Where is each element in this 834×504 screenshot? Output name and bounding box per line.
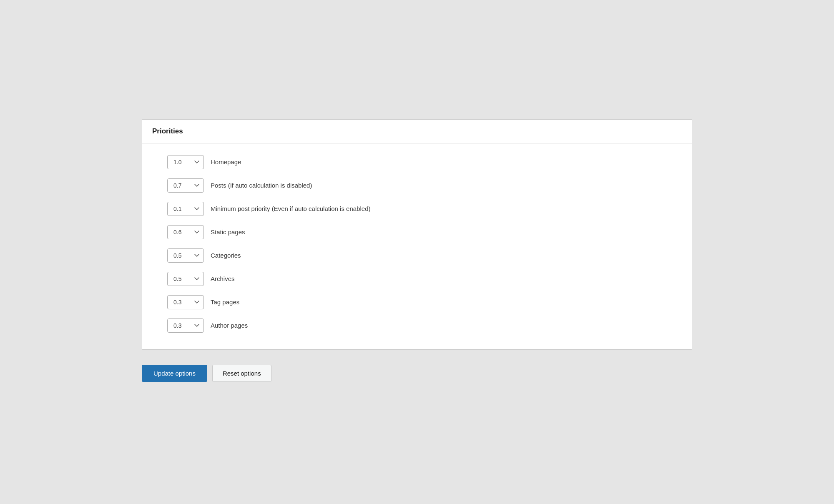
priority-select-posts[interactable]: 0.00.10.20.30.40.50.60.70.80.91.0	[167, 178, 204, 193]
priority-row-min-post-priority: 0.00.10.20.30.40.50.60.70.80.91.0Minimum…	[167, 202, 667, 216]
card-header: Priorities	[142, 120, 692, 143]
reset-options-button[interactable]: Reset options	[212, 365, 271, 382]
priority-select-static-pages[interactable]: 0.00.10.20.30.40.50.60.70.80.91.0	[167, 225, 204, 239]
card-body: 0.00.10.20.30.40.50.60.70.80.91.0Homepag…	[142, 143, 692, 349]
priority-select-categories[interactable]: 0.00.10.20.30.40.50.60.70.80.91.0	[167, 248, 204, 263]
page-container: Priorities 0.00.10.20.30.40.50.60.70.80.…	[142, 119, 692, 385]
priority-label-archives: Archives	[211, 275, 235, 282]
card-title: Priorities	[152, 127, 682, 135]
priority-select-author-pages[interactable]: 0.00.10.20.30.40.50.60.70.80.91.0	[167, 318, 204, 333]
priorities-card: Priorities 0.00.10.20.30.40.50.60.70.80.…	[142, 119, 692, 350]
priority-label-min-post-priority: Minimum post priority (Even if auto calc…	[211, 205, 371, 212]
priority-label-posts: Posts (If auto calculation is disabled)	[211, 182, 312, 189]
priority-select-homepage[interactable]: 0.00.10.20.30.40.50.60.70.80.91.0	[167, 155, 204, 169]
footer-buttons: Update options Reset options	[142, 361, 692, 385]
priority-label-static-pages: Static pages	[211, 228, 245, 236]
priority-row-tag-pages: 0.00.10.20.30.40.50.60.70.80.91.0Tag pag…	[167, 295, 667, 309]
priority-label-categories: Categories	[211, 252, 241, 259]
priority-select-archives[interactable]: 0.00.10.20.30.40.50.60.70.80.91.0	[167, 272, 204, 286]
priority-select-tag-pages[interactable]: 0.00.10.20.30.40.50.60.70.80.91.0	[167, 295, 204, 309]
priority-row-homepage: 0.00.10.20.30.40.50.60.70.80.91.0Homepag…	[167, 155, 667, 169]
priority-row-posts: 0.00.10.20.30.40.50.60.70.80.91.0Posts (…	[167, 178, 667, 193]
priority-label-tag-pages: Tag pages	[211, 298, 239, 306]
update-options-button[interactable]: Update options	[142, 365, 207, 382]
priority-label-homepage: Homepage	[211, 158, 241, 165]
priority-row-categories: 0.00.10.20.30.40.50.60.70.80.91.0Categor…	[167, 248, 667, 263]
priority-row-author-pages: 0.00.10.20.30.40.50.60.70.80.91.0Author …	[167, 318, 667, 333]
priority-row-archives: 0.00.10.20.30.40.50.60.70.80.91.0Archive…	[167, 272, 667, 286]
priority-label-author-pages: Author pages	[211, 322, 248, 329]
priority-row-static-pages: 0.00.10.20.30.40.50.60.70.80.91.0Static …	[167, 225, 667, 239]
priority-select-min-post-priority[interactable]: 0.00.10.20.30.40.50.60.70.80.91.0	[167, 202, 204, 216]
